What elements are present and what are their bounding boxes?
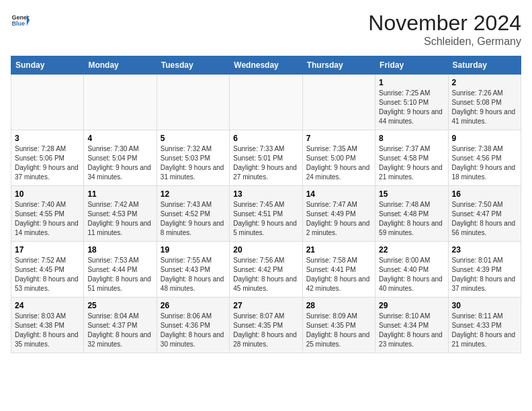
day-info: Sunrise: 8:01 AMSunset: 4:39 PMDaylight:… [452, 256, 517, 293]
calendar-cell: 29Sunrise: 8:10 AMSunset: 4:34 PMDayligh… [375, 298, 448, 353]
day-number: 19 [161, 245, 226, 255]
calendar-cell [302, 75, 375, 130]
calendar-cell: 14Sunrise: 7:47 AMSunset: 4:49 PMDayligh… [302, 186, 375, 242]
calendar-week-4: 17Sunrise: 7:52 AMSunset: 4:45 PMDayligh… [11, 242, 521, 298]
day-number: 12 [161, 189, 226, 199]
header-tuesday: Tuesday [157, 56, 229, 75]
day-info: Sunrise: 7:50 AMSunset: 4:47 PMDaylight:… [452, 200, 517, 238]
day-number: 22 [379, 245, 444, 255]
calendar-week-2: 3Sunrise: 7:28 AMSunset: 5:06 PMDaylight… [11, 130, 521, 186]
day-number: 30 [452, 301, 517, 310]
calendar-cell: 12Sunrise: 7:43 AMSunset: 4:52 PMDayligh… [157, 186, 229, 242]
day-info: Sunrise: 8:10 AMSunset: 4:34 PMDaylight:… [379, 312, 444, 349]
logo-icon: General Blue [11, 11, 30, 30]
day-info: Sunrise: 7:52 AMSunset: 4:45 PMDaylight:… [15, 256, 80, 293]
calendar-cell: 5Sunrise: 7:32 AMSunset: 5:03 PMDaylight… [157, 130, 229, 186]
subtitle: Schleiden, Germany [368, 36, 521, 48]
day-number: 1 [379, 78, 444, 87]
day-info: Sunrise: 7:33 AMSunset: 5:01 PMDaylight:… [233, 144, 298, 182]
calendar-cell: 16Sunrise: 7:50 AMSunset: 4:47 PMDayligh… [448, 186, 521, 242]
header-monday: Monday [84, 56, 157, 75]
header-sunday: Sunday [11, 56, 84, 75]
calendar-cell: 11Sunrise: 7:42 AMSunset: 4:53 PMDayligh… [84, 186, 157, 242]
day-number: 14 [306, 189, 371, 199]
day-number: 26 [161, 301, 226, 310]
day-info: Sunrise: 7:25 AMSunset: 5:10 PMDaylight:… [379, 89, 444, 126]
calendar-table: Sunday Monday Tuesday Wednesday Thursday… [11, 56, 521, 353]
day-info: Sunrise: 7:47 AMSunset: 4:49 PMDaylight:… [306, 200, 371, 238]
calendar-cell: 1Sunrise: 7:25 AMSunset: 5:10 PMDaylight… [375, 75, 448, 130]
calendar-cell: 7Sunrise: 7:35 AMSunset: 5:00 PMDaylight… [302, 130, 375, 186]
day-info: Sunrise: 7:26 AMSunset: 5:08 PMDaylight:… [452, 89, 517, 126]
day-number: 3 [15, 134, 80, 143]
day-number: 25 [87, 301, 152, 310]
calendar-cell: 24Sunrise: 8:03 AMSunset: 4:38 PMDayligh… [11, 298, 84, 353]
calendar-cell: 22Sunrise: 8:00 AMSunset: 4:40 PMDayligh… [375, 242, 448, 298]
day-number: 18 [87, 245, 152, 255]
calendar-week-5: 24Sunrise: 8:03 AMSunset: 4:38 PMDayligh… [11, 298, 521, 353]
calendar-header: Sunday Monday Tuesday Wednesday Thursday… [11, 56, 521, 75]
day-number: 7 [306, 134, 371, 143]
day-info: Sunrise: 7:45 AMSunset: 4:51 PMDaylight:… [233, 200, 298, 238]
header-section: General Blue November 2024 Schleiden, Ge… [11, 11, 521, 48]
day-info: Sunrise: 8:03 AMSunset: 4:38 PMDaylight:… [15, 312, 80, 349]
calendar-cell [157, 75, 229, 130]
day-number: 5 [161, 134, 226, 143]
day-info: Sunrise: 8:04 AMSunset: 4:37 PMDaylight:… [87, 312, 152, 349]
calendar-cell: 13Sunrise: 7:45 AMSunset: 4:51 PMDayligh… [230, 186, 302, 242]
calendar-cell: 4Sunrise: 7:30 AMSunset: 5:04 PMDaylight… [84, 130, 157, 186]
header-thursday: Thursday [302, 56, 375, 75]
day-number: 20 [233, 245, 298, 255]
day-info: Sunrise: 7:53 AMSunset: 4:44 PMDaylight:… [87, 256, 152, 293]
day-info: Sunrise: 8:09 AMSunset: 4:35 PMDaylight:… [306, 312, 371, 349]
calendar-cell: 9Sunrise: 7:38 AMSunset: 4:56 PMDaylight… [448, 130, 521, 186]
calendar-cell [84, 75, 157, 130]
day-number: 6 [233, 134, 298, 143]
day-number: 9 [452, 134, 517, 143]
day-info: Sunrise: 7:38 AMSunset: 4:56 PMDaylight:… [452, 144, 517, 182]
header-wednesday: Wednesday [230, 56, 302, 75]
day-number: 17 [15, 245, 80, 255]
day-number: 10 [15, 189, 80, 199]
day-info: Sunrise: 8:06 AMSunset: 4:36 PMDaylight:… [161, 312, 226, 349]
calendar-cell: 20Sunrise: 7:56 AMSunset: 4:42 PMDayligh… [230, 242, 302, 298]
day-number: 21 [306, 245, 371, 255]
calendar-cell: 19Sunrise: 7:55 AMSunset: 4:43 PMDayligh… [157, 242, 229, 298]
calendar-cell: 15Sunrise: 7:48 AMSunset: 4:48 PMDayligh… [375, 186, 448, 242]
calendar-cell: 18Sunrise: 7:53 AMSunset: 4:44 PMDayligh… [84, 242, 157, 298]
day-number: 28 [306, 301, 371, 310]
day-info: Sunrise: 7:30 AMSunset: 5:04 PMDaylight:… [87, 144, 152, 182]
month-title: November 2024 [368, 11, 521, 36]
day-number: 29 [379, 301, 444, 310]
calendar-cell [11, 75, 84, 130]
calendar-cell: 8Sunrise: 7:37 AMSunset: 4:58 PMDaylight… [375, 130, 448, 186]
calendar-cell: 25Sunrise: 8:04 AMSunset: 4:37 PMDayligh… [84, 298, 157, 353]
day-info: Sunrise: 7:43 AMSunset: 4:52 PMDaylight:… [161, 200, 226, 238]
calendar-cell: 21Sunrise: 7:58 AMSunset: 4:41 PMDayligh… [302, 242, 375, 298]
calendar-cell: 10Sunrise: 7:40 AMSunset: 4:55 PMDayligh… [11, 186, 84, 242]
calendar-cell: 30Sunrise: 8:11 AMSunset: 4:33 PMDayligh… [448, 298, 521, 353]
calendar-cell: 3Sunrise: 7:28 AMSunset: 5:06 PMDaylight… [11, 130, 84, 186]
title-block: November 2024 Schleiden, Germany [368, 11, 521, 48]
header-friday: Friday [375, 56, 448, 75]
day-number: 2 [452, 78, 517, 87]
day-info: Sunrise: 7:40 AMSunset: 4:55 PMDaylight:… [15, 200, 80, 238]
day-number: 16 [452, 189, 517, 199]
calendar-cell: 28Sunrise: 8:09 AMSunset: 4:35 PMDayligh… [302, 298, 375, 353]
day-info: Sunrise: 7:55 AMSunset: 4:43 PMDaylight:… [161, 256, 226, 293]
day-number: 15 [379, 189, 444, 199]
day-info: Sunrise: 7:35 AMSunset: 5:00 PMDaylight:… [306, 144, 371, 182]
calendar-week-3: 10Sunrise: 7:40 AMSunset: 4:55 PMDayligh… [11, 186, 521, 242]
day-number: 23 [452, 245, 517, 255]
day-number: 11 [87, 189, 152, 199]
day-number: 24 [15, 301, 80, 310]
calendar-week-1: 1Sunrise: 7:25 AMSunset: 5:10 PMDaylight… [11, 75, 521, 130]
svg-text:Blue: Blue [11, 20, 25, 27]
day-number: 8 [379, 134, 444, 143]
calendar-cell: 2Sunrise: 7:26 AMSunset: 5:08 PMDaylight… [448, 75, 521, 130]
day-info: Sunrise: 8:11 AMSunset: 4:33 PMDaylight:… [452, 312, 517, 349]
day-info: Sunrise: 7:37 AMSunset: 4:58 PMDaylight:… [379, 144, 444, 182]
day-number: 13 [233, 189, 298, 199]
day-info: Sunrise: 7:56 AMSunset: 4:42 PMDaylight:… [233, 256, 298, 293]
header-row: Sunday Monday Tuesday Wednesday Thursday… [11, 56, 521, 75]
